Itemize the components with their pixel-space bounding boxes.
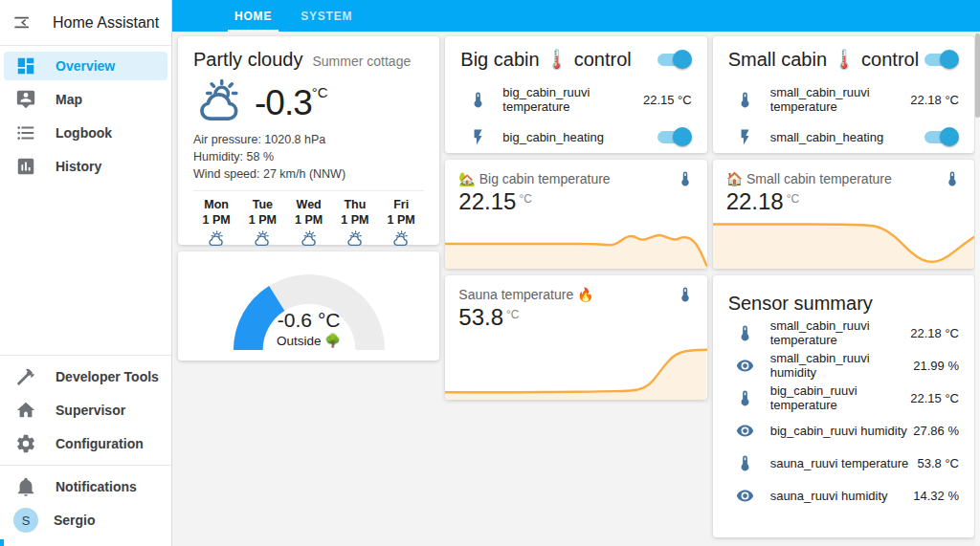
sidebar-item-notifications[interactable]: Notifications <box>4 472 167 501</box>
view-dashboard-icon <box>15 55 36 76</box>
entity-row-small-cabin-heating[interactable]: small_cabin_heating <box>728 128 959 146</box>
graph-title: Sauna temperature 🔥 <box>458 287 676 302</box>
sidebar-item-logbook[interactable]: Logbook <box>4 119 167 147</box>
small-cabin-master-toggle[interactable] <box>924 54 956 66</box>
sidebar-item-label: Notifications <box>56 479 137 494</box>
graph-value: 22.15°C <box>445 187 706 216</box>
partly-cloudy-icon <box>207 230 226 249</box>
user-name: Sergio <box>54 513 96 528</box>
toast-peek <box>0 539 4 546</box>
partly-cloudy-icon <box>253 230 272 249</box>
sidebar-item-label: Overview <box>56 58 115 74</box>
small-cabin-temperature-card[interactable]: 🏠 Small cabin temperature 22.18°C <box>713 160 974 269</box>
entity-row-big-cabin-ruuvi-humidity[interactable]: big_cabin_ruuvi humidity 27.86 % <box>728 414 959 447</box>
sidebar-spacer <box>0 183 171 355</box>
entity-row-big-cabin-temperature[interactable]: big_cabin_ruuvi temperature 22.15 °C <box>460 85 691 114</box>
weather-attr-humidity: Humidity: 58 % <box>193 149 424 166</box>
graph-value: 22.18°C <box>713 187 974 216</box>
entity-row-big-cabin-heating[interactable]: big_cabin_heating <box>460 128 691 146</box>
temperature-chart <box>445 218 706 269</box>
chart-box-icon <box>15 156 36 177</box>
temperature-chart <box>713 218 974 269</box>
small-cabin-control-card: Small cabin 🌡️ control small_cabin_ruuvi… <box>713 36 974 153</box>
sidebar-item-overview[interactable]: Overview <box>4 52 167 80</box>
sidebar-item-user[interactable]: S Sergio <box>4 506 167 535</box>
sidebar-tools: Developer Tools Supervisor Configuration <box>0 355 171 465</box>
sidebar-item-history[interactable]: History <box>4 152 167 181</box>
column-2: Big cabin 🌡️ control big_cabin_ruuvi tem… <box>445 36 706 400</box>
weather-state: Partly cloudy <box>193 49 303 71</box>
big-cabin-control-card: Big cabin 🌡️ control big_cabin_ruuvi tem… <box>445 36 706 153</box>
app-header: HOME SYSTEM <box>172 0 980 32</box>
sidebar-item-map[interactable]: Map <box>4 85 167 114</box>
thermometer-icon <box>736 389 754 407</box>
graph-title: 🏠 Small cabin temperature <box>726 171 944 186</box>
eye-icon <box>736 357 754 375</box>
eye-icon <box>736 487 754 505</box>
thermometer-icon <box>736 454 754 472</box>
sidebar-item-developer-tools[interactable]: Developer Tools <box>4 362 167 391</box>
entity-row-big-cabin-ruuvi-temperature[interactable]: big_cabin_ruuvi temperature 22.15 °C <box>728 382 959 414</box>
bell-icon <box>15 476 36 497</box>
entity-row-small-cabin-temperature[interactable]: small_cabin_ruuvi temperature 22.18 °C <box>728 85 959 114</box>
gauge-value: -0.6 °C <box>220 309 398 332</box>
entity-row-small-cabin-ruuvi-temperature[interactable]: small_cabin_ruuvi temperature 22.18 °C <box>728 317 959 349</box>
partly-cloudy-icon <box>345 230 365 249</box>
weather-temperature-unit: °C <box>312 84 328 100</box>
thermometer-icon <box>944 170 961 187</box>
weather-attr-pressure: Air pressure: 1020.8 hPa <box>193 132 424 149</box>
thermometer-icon <box>677 170 694 187</box>
big-cabin-heating-toggle[interactable] <box>657 131 689 143</box>
weather-temperature: -0.3°C <box>255 83 328 123</box>
sauna-temperature-card[interactable]: Sauna temperature 🔥 53.8°C <box>445 275 706 400</box>
temperature-chart <box>445 341 706 400</box>
flash-icon <box>736 128 754 146</box>
home-assistant-app: Home Assistant Overview Map Logbook Hist… <box>0 0 980 546</box>
small-cabin-heating-toggle[interactable] <box>924 131 956 143</box>
sidebar-header: Home Assistant <box>0 0 171 46</box>
tab-home[interactable]: HOME <box>220 0 286 32</box>
partly-cloudy-icon <box>391 230 411 249</box>
gear-icon <box>15 433 36 454</box>
main-area: HOME SYSTEM Partly cloudy Summer cottage… <box>172 0 980 546</box>
sidebar-nav: Overview Map Logbook History <box>0 46 171 183</box>
thermometer-icon <box>469 91 487 109</box>
sidebar-item-label: Developer Tools <box>56 369 159 384</box>
thermometer-icon <box>736 324 754 342</box>
sidebar-item-supervisor[interactable]: Supervisor <box>4 396 167 425</box>
thermometer-icon <box>736 91 754 109</box>
list-bulleted-icon <box>15 122 36 143</box>
avatar: S <box>13 508 38 533</box>
big-cabin-master-toggle[interactable] <box>657 54 689 66</box>
hammer-icon <box>15 366 36 387</box>
flash-icon <box>469 128 487 146</box>
sidebar-item-configuration[interactable]: Configuration <box>4 429 167 458</box>
partly-cloudy-icon <box>300 230 319 249</box>
weather-attr-wind: Wind speed: 27 km/h (NNW) <box>193 166 424 184</box>
sidebar-item-label: Logbook <box>56 125 112 141</box>
sidebar: Home Assistant Overview Map Logbook Hist… <box>0 0 172 546</box>
column-1: Partly cloudy Summer cottage -0.3°C Air … <box>178 36 439 360</box>
tab-system[interactable]: SYSTEM <box>286 0 367 32</box>
card-title: Small cabin 🌡️ control <box>728 48 924 71</box>
partly-cloudy-icon <box>193 78 247 128</box>
sidebar-item-label: Configuration <box>56 436 144 451</box>
graph-value: 53.8°C <box>445 303 706 332</box>
dashboard: Partly cloudy Summer cottage -0.3°C Air … <box>172 32 980 546</box>
entity-row-sauna-ruuvi-temperature[interactable]: sauna_ruuvi temperature 53.8 °C <box>728 447 959 479</box>
outside-gauge-card[interactable]: -0.6 °C Outside 🌳 <box>178 251 439 360</box>
scrollbar-thumb[interactable] <box>975 33 980 118</box>
home-assistant-icon <box>15 400 36 421</box>
weather-card[interactable]: Partly cloudy Summer cottage -0.3°C Air … <box>178 36 439 245</box>
weather-attributes: Air pressure: 1020.8 hPa Humidity: 58 % … <box>193 132 424 183</box>
sensor-summary-card: Sensor summary small_cabin_ruuvi tempera… <box>713 275 974 537</box>
page-scrollbar[interactable] <box>975 32 980 546</box>
sidebar-toggle-icon[interactable] <box>12 12 33 33</box>
gauge-label: Outside 🌳 <box>220 333 398 348</box>
card-title: Big cabin 🌡️ control <box>460 48 657 71</box>
graph-title: 🏡 Big cabin temperature <box>458 171 676 186</box>
entity-row-small-cabin-ruuvi-humidity[interactable]: small_cabin_ruuvi humidity 21.99 % <box>728 349 959 382</box>
big-cabin-temperature-card[interactable]: 🏡 Big cabin temperature 22.15°C <box>445 160 706 269</box>
entity-row-sauna-ruuvi-humidity[interactable]: sauna_ruuvi humidity 14.32 % <box>728 479 959 512</box>
sidebar-item-label: Map <box>56 92 82 107</box>
